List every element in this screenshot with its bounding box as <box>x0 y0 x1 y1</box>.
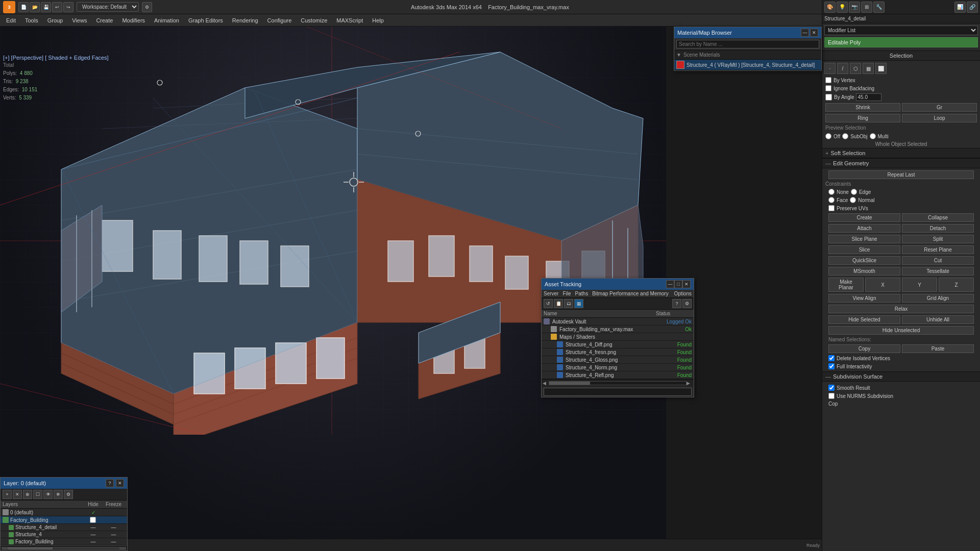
menu-modifiers[interactable]: Modifiers <box>118 16 149 24</box>
menu-tools[interactable]: Tools <box>21 16 42 24</box>
copy-button[interactable]: Copy <box>828 344 900 353</box>
at-text-input[interactable] <box>544 388 692 396</box>
lm-new-layer[interactable]: + <box>3 490 12 499</box>
lm-delete-layer[interactable]: ✕ <box>13 490 22 499</box>
lm-row-default[interactable]: 0 (default) ✓ <box>1 509 127 516</box>
rp-icon-3[interactable]: 📷 <box>849 2 860 13</box>
menu-customize[interactable]: Customize <box>297 16 331 24</box>
msmooth-button[interactable]: MSmooth <box>828 267 900 276</box>
at-close[interactable]: ✕ <box>682 280 691 288</box>
shrink-button[interactable]: Shrink <box>825 103 900 112</box>
lm-close[interactable]: ✕ <box>116 479 124 487</box>
hide-selected-button[interactable]: Hide Selected <box>828 315 900 324</box>
rp-icon-4[interactable]: ⊞ <box>861 2 872 13</box>
lm-hide-all[interactable]: 👁 <box>43 490 53 499</box>
lm-settings[interactable]: ⚙ <box>64 490 73 499</box>
quickslice-button[interactable]: QuickSlice <box>828 256 900 265</box>
edge-radio[interactable] <box>851 189 857 195</box>
edit-geometry-bar[interactable]: — Edit Geometry <box>822 158 980 168</box>
lm-hide-check-1[interactable] <box>90 517 96 523</box>
full-interactivity-checkbox[interactable] <box>828 363 835 369</box>
preserve-uvs-checkbox[interactable] <box>828 205 835 211</box>
loop-button[interactable]: Loop <box>902 114 977 122</box>
subdivision-bar[interactable]: — Subdivision Surface <box>822 371 980 382</box>
hide-unselected-button[interactable]: Hide Unselected <box>828 326 974 335</box>
at-menu-server[interactable]: Server <box>544 291 558 296</box>
grid-align-button[interactable]: Grid Align <box>902 294 974 303</box>
face-radio[interactable] <box>828 197 835 203</box>
slice-plane-button[interactable]: Slice Plane <box>828 235 900 243</box>
vertex-sel-icon[interactable]: · <box>824 63 836 74</box>
menu-configure[interactable]: Configure <box>263 16 296 24</box>
create-button[interactable]: Create <box>828 213 900 222</box>
make-planar-button[interactable]: Make Planar <box>828 278 864 292</box>
repeat-last-button[interactable]: Repeat Last <box>828 170 974 179</box>
delete-isolated-checkbox[interactable] <box>828 355 835 361</box>
at-icon-3[interactable]: 🗂 <box>564 299 573 308</box>
view-align-button[interactable]: View Align <box>828 294 900 303</box>
open-icon[interactable]: 📂 <box>30 2 40 12</box>
preview-subobj-radio[interactable] <box>842 133 848 139</box>
reset-plane-button[interactable]: Reset Plane <box>902 245 974 254</box>
z-button[interactable]: Z <box>939 278 974 292</box>
at-scroll-track[interactable] <box>549 381 687 385</box>
at-minimize[interactable]: — <box>666 280 674 288</box>
rp-icon-5[interactable]: 🔧 <box>873 2 885 13</box>
lm-scroll-track[interactable] <box>8 547 120 550</box>
element-sel-icon[interactable]: ⬜ <box>875 63 887 74</box>
lm-scrollbar[interactable] <box>1 545 127 550</box>
save-icon[interactable]: 💾 <box>41 2 51 12</box>
lm-row-factory-building[interactable]: Factory_Building <box>1 516 127 524</box>
menu-help[interactable]: Help <box>368 16 388 24</box>
at-item-refl[interactable]: Structure_4_Refl.png Found <box>542 371 694 379</box>
lm-help[interactable]: ? <box>106 479 114 487</box>
at-item-fresn[interactable]: Structure_4_fresn.png Found <box>542 348 694 356</box>
redo-icon[interactable]: ↪ <box>63 2 74 12</box>
at-scroll-right[interactable]: ▶ <box>687 381 693 386</box>
grow-button[interactable]: Gr <box>902 103 977 112</box>
rp-icon-2[interactable]: 💡 <box>837 2 848 13</box>
at-maximize[interactable]: □ <box>674 280 682 288</box>
editable-poly-item[interactable]: Editable Poly <box>824 37 978 47</box>
at-menu-file[interactable]: File <box>562 291 571 296</box>
edge-sel-icon[interactable]: / <box>837 63 848 74</box>
collapse-button[interactable]: Collapse <box>902 213 974 222</box>
tessellate-button[interactable]: Tessellate <box>902 267 974 276</box>
at-icon-1[interactable]: ↺ <box>544 299 553 308</box>
at-item-diff[interactable]: Structure_4_Diff.png Found <box>542 341 694 348</box>
at-item-file[interactable]: Factory_Building_max_vray.max Ok <box>542 325 694 333</box>
y-button[interactable]: Y <box>902 278 937 292</box>
menu-edit[interactable]: Edit <box>2 16 20 24</box>
detach-button[interactable]: Detach <box>902 224 974 233</box>
rp-icon-6[interactable]: 📊 <box>954 2 966 13</box>
modifier-list-dropdown[interactable]: Modifier List <box>824 26 978 35</box>
unhide-all-button[interactable]: Unhide All <box>902 315 974 324</box>
border-sel-icon[interactable]: ⬡ <box>850 63 861 74</box>
lm-select-objects[interactable]: ☐ <box>33 490 42 499</box>
slice-button[interactable]: Slice <box>828 245 900 254</box>
lm-add-selected[interactable]: ⊕ <box>23 490 32 499</box>
lm-scroll-left[interactable] <box>2 547 8 550</box>
mat-search-area[interactable] <box>674 38 821 51</box>
none-radio[interactable] <box>828 189 835 195</box>
normal-radio[interactable] <box>850 197 856 203</box>
menu-views[interactable]: Views <box>68 16 91 24</box>
menu-animation[interactable]: Animation <box>150 16 183 24</box>
ring-button[interactable]: Ring <box>825 114 900 122</box>
workspace-dropdown[interactable]: Workspace: Default <box>77 2 139 12</box>
smooth-result-checkbox[interactable] <box>828 385 835 391</box>
mat-item-0[interactable]: Structure_4 ( VRayMtl ) [Structure_4, St… <box>674 60 821 70</box>
at-help-icon[interactable]: ? <box>672 299 681 308</box>
lm-row-structure-detail[interactable]: Structure_4_detail — — <box>1 524 127 531</box>
lm-row-factory2[interactable]: Factory_Building — — <box>1 538 127 545</box>
mat-browser-minimize[interactable]: — <box>801 29 809 37</box>
menu-graph-editors[interactable]: Graph Editors <box>184 16 227 24</box>
at-scroll-thumb[interactable] <box>549 382 590 385</box>
soft-selection-bar[interactable]: + Soft Selection <box>822 148 980 158</box>
attach-button[interactable]: Attach <box>828 224 900 233</box>
at-item-norm[interactable]: Structure_4_Norm.png Found <box>542 364 694 371</box>
split-button[interactable]: Split <box>902 235 974 243</box>
at-item-maps[interactable]: Maps / Shaders <box>542 333 694 341</box>
x-button[interactable]: X <box>865 278 900 292</box>
relax-button[interactable]: Relax <box>828 305 974 313</box>
